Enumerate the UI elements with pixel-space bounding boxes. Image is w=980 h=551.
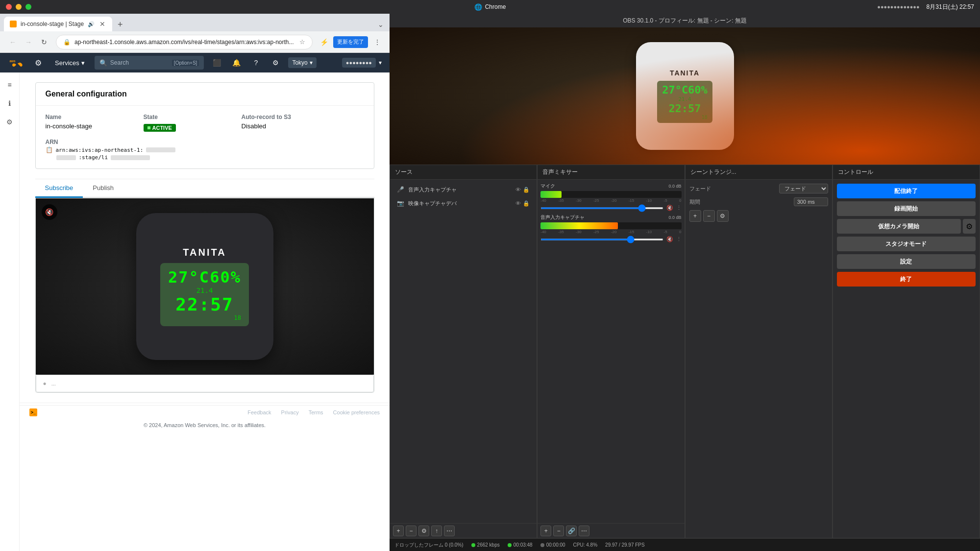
aws-cloudshell-btn[interactable]: >_ CloudShell	[29, 408, 69, 416]
source-video-lock-icon[interactable]: 🔒	[523, 200, 530, 207]
mixer-mic-more-icon[interactable]: ⋮	[676, 205, 682, 211]
privacy-link[interactable]: Privacy	[281, 409, 299, 415]
source-remove-button[interactable]: −	[406, 526, 416, 536]
source-video-eye-icon[interactable]: 👁	[515, 200, 521, 207]
tab-bar-menu[interactable]: ⌄	[376, 20, 386, 29]
arn-text-2: :stage/li	[79, 154, 108, 161]
obs-record-button[interactable]: 録画開始	[837, 201, 976, 216]
aws-logo[interactable]: aws	[8, 57, 25, 68]
aws-search-bar[interactable]: 🔍 [Option+S]	[95, 56, 204, 70]
sidebar-toggle-button[interactable]: ≡	[2, 77, 17, 92]
obs-trans-feed-label: フェード	[689, 185, 711, 192]
source-audio-lock-icon[interactable]: 🔒	[523, 187, 530, 193]
obs-virtual-cam-button[interactable]: 仮想カメラ開始	[837, 219, 961, 234]
obs-trans-feed-select[interactable]: フェード	[779, 184, 828, 193]
obs-virtual-cam-settings-icon[interactable]: ⚙	[963, 219, 976, 234]
autorecord-label: Auto-record to S3	[242, 114, 320, 120]
reload-button[interactable]: ↻	[37, 35, 51, 49]
sidebar-settings-button[interactable]: ⚙	[2, 115, 17, 129]
obs-studio-mode-button[interactable]: スタジオモード	[837, 237, 976, 251]
obs-trans-period-input[interactable]	[794, 197, 828, 206]
system-tray-icons: ●●●●●●●●●●●●●	[877, 4, 919, 10]
aws-account-menu[interactable]: ●●●●●●●● ▾	[342, 58, 382, 68]
mixer-mic-volume-slider[interactable]	[540, 207, 663, 209]
obs-sources-panel-header: ソース	[390, 165, 537, 180]
address-input[interactable]: 🔒 ap-northeast-1.console.aws.amazon.com/…	[56, 35, 313, 49]
source-settings-button[interactable]: ⚙	[418, 526, 429, 536]
aws-services-button[interactable]: Services ▾	[51, 57, 89, 69]
tab-title: in-console-stage | Stage	[21, 21, 84, 27]
chrome-tab[interactable]: in-console-stage | Stage 🔊 ✕	[4, 17, 112, 31]
search-icon: 🔍	[99, 59, 107, 67]
mixer-add-button[interactable]: +	[540, 526, 551, 536]
status-text: ACTIVE	[152, 125, 172, 131]
source-item-video[interactable]: 📷 映像キャプチャデバ 👁 🔒	[393, 196, 534, 210]
tanita-brand: TANITA	[183, 247, 226, 258]
aws-region-selector[interactable]: Tokyo ▾	[288, 57, 316, 68]
aws-bell-icon[interactable]: 🔔	[229, 56, 243, 70]
tab-subscribe[interactable]: Subscribe	[35, 179, 83, 198]
source-more-button[interactable]: ⋯	[444, 526, 455, 536]
source-up-button[interactable]: ↑	[431, 526, 442, 536]
aws-terminal-icon[interactable]: ⬛	[210, 56, 223, 70]
tab-close-button[interactable]: ✕	[98, 20, 106, 28]
obs-panels: ソース 🎤 音声入力キャプチャ 👁 🔒 📷	[390, 165, 980, 551]
obs-controls-body: 配信終了 録画開始 仮想カメラ開始 ⚙ スタジオモード 設定 終了	[833, 180, 980, 290]
mixer-audio-more-icon[interactable]: ⋮	[676, 236, 682, 242]
feedback-link[interactable]: Feedback	[247, 409, 271, 415]
traffic-light-red[interactable]	[6, 4, 12, 10]
update-button[interactable]: 更新を完了	[333, 36, 368, 48]
mixer-audio-volume-slider[interactable]	[540, 239, 663, 240]
bookmark-icon[interactable]: ☆	[299, 38, 305, 46]
aws-sidebar-strip: ≡ ℹ ⚙	[0, 72, 20, 551]
obs-sources-body: 🎤 音声入力キャプチャ 👁 🔒 📷 映像キャプチャデバ 👁	[390, 180, 537, 523]
obs-sources-bottom-btns: + − ⚙ ↑ ⋯	[390, 523, 537, 538]
extensions-icon[interactable]: ⚡	[318, 36, 330, 48]
traffic-light-green[interactable]	[25, 4, 31, 10]
cookie-link[interactable]: Cookie preferences	[333, 409, 380, 415]
tanita-sub-temp: 21.4	[168, 287, 241, 294]
obs-stream-time-indicator	[508, 543, 512, 547]
copy-icon[interactable]: 📋	[46, 146, 53, 153]
mixer-audio-mute-icon[interactable]: 🔇	[666, 236, 673, 242]
traffic-light-yellow[interactable]	[16, 4, 22, 10]
obs-trans-add-button[interactable]: +	[689, 210, 701, 222]
obs-exit-button[interactable]: 終了	[837, 272, 976, 287]
source-add-button[interactable]: +	[393, 526, 404, 536]
config-card-body: Name in-console-stage State ACTIVE	[36, 106, 374, 168]
obs-rec-time: 00:00:00	[540, 542, 565, 548]
new-tab-button[interactable]: +	[113, 18, 127, 31]
mixer-mic-mute-icon[interactable]: 🔇	[666, 205, 673, 211]
obs-trans-feed-row: フェード フェード	[689, 184, 828, 193]
obs-trans-remove-button[interactable]: −	[703, 210, 715, 222]
obs-controls-title: コントロール	[838, 168, 873, 176]
chrome-menu-button[interactable]: ⋮	[371, 36, 384, 48]
account-chevron-icon: ▾	[379, 59, 382, 66]
address-icons: ☆	[299, 38, 305, 46]
source-audio-eye-icon[interactable]: 👁	[515, 187, 521, 193]
obs-tanita-day: 18	[662, 115, 708, 120]
video-mute-button[interactable]: 🔇	[42, 204, 57, 220]
mixer-remove-button[interactable]: −	[553, 526, 564, 536]
config-field-name: Name in-console-stage	[46, 114, 124, 132]
mixer-more-button[interactable]: ⋯	[579, 526, 589, 536]
mixer-link-button[interactable]: 🔗	[566, 526, 577, 536]
obs-stream-button[interactable]: 配信終了	[837, 184, 976, 198]
sidebar-info-button[interactable]: ℹ	[2, 96, 17, 111]
tab-publish[interactable]: Publish	[83, 179, 123, 198]
obs-settings-button[interactable]: 設定	[837, 254, 976, 269]
subscribe-tab-content: TANITA 27°C60% 21.4	[35, 198, 374, 393]
aws-search-input[interactable]	[110, 59, 169, 66]
terms-link[interactable]: Terms	[309, 409, 323, 415]
aws-question-icon[interactable]: ?	[249, 56, 263, 70]
aws-menu-button[interactable]: ⚙	[31, 56, 45, 70]
obs-scene-transitions-panel: シーントランジ... フェード フェード 期間	[685, 165, 833, 538]
obs-trans-period-row: 期間	[689, 197, 828, 206]
obs-trans-settings-button[interactable]: ⚙	[717, 210, 729, 222]
aws-settings-icon[interactable]: ⚙	[269, 56, 282, 70]
status-badge: ACTIVE	[144, 124, 176, 132]
forward-button[interactable]: →	[22, 35, 35, 49]
back-button[interactable]: ←	[6, 35, 20, 49]
arn-text-1: arn:aws:ivs:ap-northeast-1:	[56, 147, 144, 153]
source-item-audio[interactable]: 🎤 音声入力キャプチャ 👁 🔒	[393, 183, 534, 196]
